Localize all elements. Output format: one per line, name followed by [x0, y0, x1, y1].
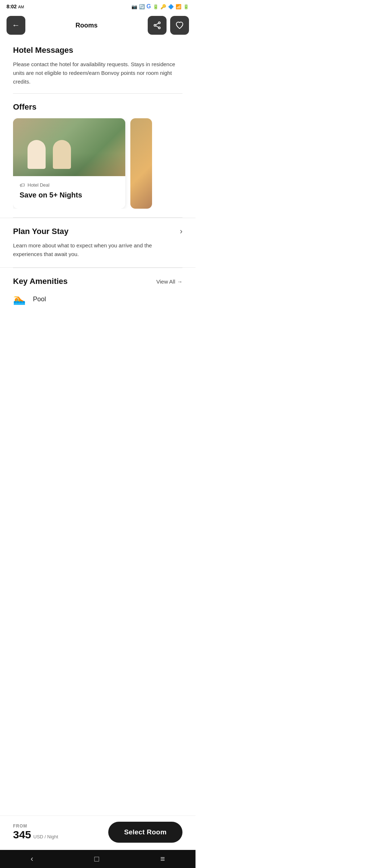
wifi-icon: 📶 [176, 4, 181, 9]
hotel-messages-text: Please contact the hotel for availabilit… [13, 60, 182, 86]
main-content: Hotel Messages Please contact the hotel … [0, 38, 196, 367]
back-button[interactable]: ← [7, 16, 25, 35]
arrow-right-icon: → [177, 278, 182, 285]
offer-tag-label: Hotel Deal [28, 182, 50, 188]
camera-icon: 📷 [131, 4, 137, 9]
offer-card-body: 🏷 Hotel Deal Save on 5+ Nights [13, 176, 125, 206]
nav-bar: ← Rooms [0, 13, 196, 38]
offer-card[interactable]: 🏷 Hotel Deal Save on 5+ Nights [13, 118, 125, 209]
share-icon [153, 21, 161, 30]
tag-icon: 🏷 [20, 182, 25, 188]
nav-actions [148, 16, 189, 35]
amenities-header: Key Amenities View All → [13, 277, 182, 286]
amenities-section: Key Amenities View All → 🏊 Pool [0, 268, 196, 317]
svg-point-0 [159, 22, 160, 24]
svg-point-1 [154, 25, 156, 26]
svg-line-3 [156, 24, 159, 25]
favorite-button[interactable] [170, 16, 189, 35]
view-all-link[interactable]: View All → [156, 278, 182, 285]
key-icon: 🔑 [160, 4, 166, 9]
offer-tag-row: 🏷 Hotel Deal [20, 182, 119, 188]
amenity-pool: 🏊 Pool [13, 293, 182, 305]
plan-section[interactable]: Plan Your Stay › Learn more about what t… [0, 218, 196, 268]
offers-title: Offers [13, 102, 196, 112]
hotel-messages-title: Hotel Messages [13, 46, 182, 55]
battery-icon: 🔋 [183, 4, 189, 9]
bluetooth-icon: 🔷 [168, 4, 174, 9]
offer-image [13, 118, 125, 176]
back-arrow-icon: ← [12, 21, 20, 29]
offer-scene [13, 118, 125, 176]
plan-header: Plan Your Stay › [13, 227, 182, 236]
status-bar: 8:02 AM 📷 🔄 G 🔋 🔑 🔷 📶 🔋 [0, 0, 196, 13]
plan-title: Plan Your Stay [13, 227, 68, 236]
page-title: Rooms [25, 22, 148, 29]
offers-section: Offers 🏷 Hotel Deal Save on 5+ Nights [0, 94, 196, 217]
offer-name: Save on 5+ Nights [20, 191, 119, 199]
person2-silhouette [53, 140, 71, 169]
share-button[interactable] [148, 16, 167, 35]
plan-text: Learn more about what to expect when you… [13, 241, 182, 259]
status-time: 8:02 AM [7, 4, 24, 9]
bottom-spacer [0, 317, 196, 367]
rotate-icon: 🔄 [139, 4, 145, 9]
pool-icon: 🏊 [13, 293, 26, 305]
heart-icon [175, 21, 184, 30]
offer-card-partial[interactable] [130, 118, 152, 209]
amenity-pool-label: Pool [33, 295, 46, 303]
person1-silhouette [28, 140, 46, 169]
battery-red-icon: 🔋 [153, 4, 159, 9]
offers-scroll: 🏷 Hotel Deal Save on 5+ Nights [13, 118, 196, 209]
view-all-label: View All [156, 278, 175, 285]
amenities-title: Key Amenities [13, 277, 68, 286]
svg-line-4 [156, 26, 159, 27]
status-icons: 📷 🔄 G 🔋 🔑 🔷 📶 🔋 [131, 3, 189, 10]
google-icon: G [147, 3, 151, 10]
hotel-messages-section: Hotel Messages Please contact the hotel … [0, 38, 196, 93]
chevron-right-icon: › [180, 227, 182, 236]
svg-point-2 [159, 27, 160, 29]
